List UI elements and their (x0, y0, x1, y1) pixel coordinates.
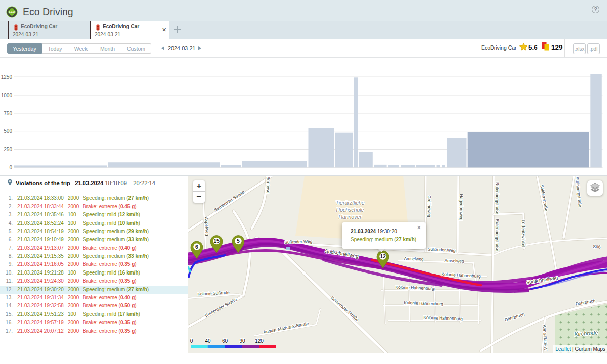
svg-text:Süßroder Weg: Süßroder Weg (284, 239, 313, 245)
svg-text:Bemeroder Straße: Bemeroder Straße (213, 189, 245, 213)
svg-text:0: 0 (9, 165, 12, 170)
svg-text:500: 500 (4, 128, 12, 134)
svg-text:6: 6 (195, 244, 198, 250)
svg-text:Rutenbergstraße: Rutenbergstraße (495, 219, 500, 251)
svg-text:250: 250 (4, 147, 12, 152)
svg-text:Döhrbruch: Döhrbruch (504, 312, 525, 323)
svg-text:1000: 1000 (1, 93, 13, 98)
svg-text:60: 60 (222, 338, 228, 344)
svg-text:1250: 1250 (1, 74, 13, 80)
svg-text:Bemeroder Straße: Bemeroder Straße (204, 297, 238, 318)
svg-text:Hagedornweg: Hagedornweg (459, 194, 464, 221)
svg-text:5: 5 (237, 238, 240, 244)
svg-text:Lüderitzwinkel: Lüderitzwinkel (521, 220, 526, 247)
svg-text:Rutenbergstraße: Rutenbergstraße (495, 182, 500, 214)
svg-text:0: 0 (190, 338, 193, 344)
svg-text:Hochschule: Hochschule (336, 207, 364, 213)
svg-text:Amselweg: Amselweg (444, 258, 464, 263)
svg-text:90: 90 (239, 338, 245, 344)
svg-text:120: 120 (255, 338, 264, 344)
svg-text:Steinbergstraße: Steinbergstraße (575, 176, 583, 207)
svg-text:Aspelweg: Aspelweg (204, 217, 210, 236)
svg-text:15: 15 (213, 238, 220, 244)
svg-text:750: 750 (4, 111, 12, 116)
svg-text:40: 40 (205, 338, 211, 344)
svg-text:ECO: ECO (9, 10, 15, 13)
svg-text:Bemeroder Straße: Bemeroder Straße (330, 295, 360, 323)
svg-text:Süß: Süß (593, 244, 601, 250)
svg-text:Hannover: Hannover (338, 214, 362, 220)
svg-text:Tierärztliche: Tierärztliche (335, 200, 364, 206)
svg-text:Büntewe: Büntewe (266, 176, 271, 193)
svg-text:12: 12 (380, 253, 386, 259)
svg-text:Amselweg: Amselweg (404, 256, 424, 261)
svg-text:Greitheweg: Greitheweg (427, 195, 432, 217)
